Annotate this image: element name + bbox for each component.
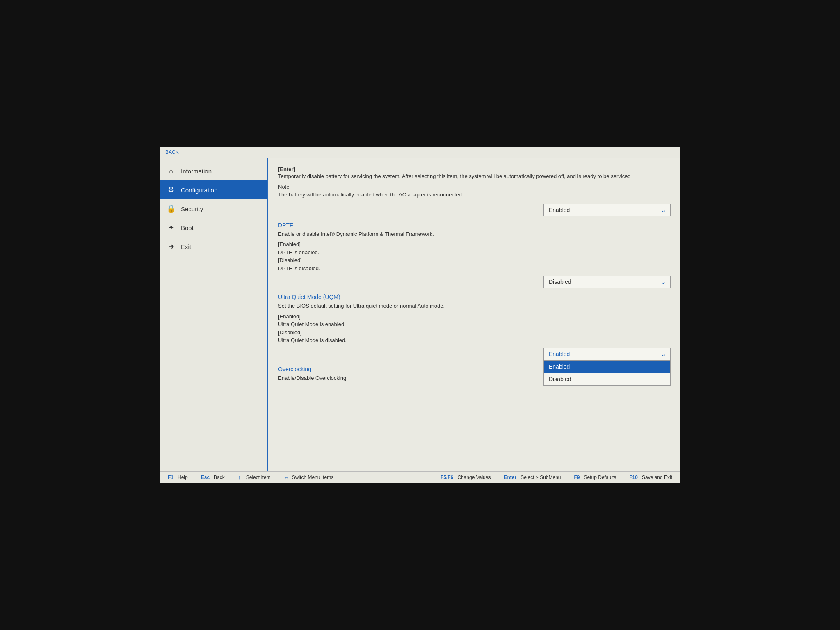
dptf-description: Enable or disable Intel® Dynamic Platfor… [278, 230, 671, 238]
enter-key: Enter [504, 475, 516, 480]
enter-submenu-label: Select > SubMenu [520, 475, 561, 480]
lock-icon: 🔒 [166, 204, 176, 213]
f1-label: Help [178, 475, 188, 480]
f9-group: F9 Setup Defaults [574, 475, 616, 480]
left-right-label: Switch Menu Items [292, 475, 333, 480]
bottom-bar: F1 Help Esc Back ↑↓ Select Item ↔ Switch… [160, 471, 680, 483]
sidebar-item-exit-label: Exit [181, 243, 191, 250]
uqm-section: Disabled ⌄ Ultra Quiet Mode (UQM) Set th… [278, 276, 671, 345]
dptf-section: Enabled ⌄ DPTF Enable or disable Intel® … [278, 204, 671, 273]
sidebar-item-boot-label: Boot [181, 224, 194, 231]
dptf-dropdown-value: Enabled [549, 207, 570, 213]
uqm-dropdown-wrapper: Disabled ⌄ [543, 276, 671, 288]
f5f6-group: F5/F6 Change Values [441, 475, 491, 480]
up-down-group: ↑↓ Select Item [238, 474, 271, 481]
f10-key: F10 [629, 475, 638, 480]
exit-icon: ➜ [166, 242, 176, 251]
overclocking-options-list: Enabled Disabled [543, 360, 671, 386]
up-down-label: Select Item [246, 475, 271, 480]
uqm-dropdown-value: Disabled [549, 278, 571, 285]
sidebar: ⌂ Information ⚙ Configuration 🔒 Security… [160, 158, 268, 471]
esc-key: Esc [201, 475, 210, 480]
sidebar-item-configuration-label: Configuration [181, 187, 217, 194]
f10-label: Save and Exit [642, 475, 672, 480]
f9-key: F9 [574, 475, 580, 480]
dptf-dropdown[interactable]: Enabled [543, 204, 671, 216]
f10-group: F10 Save and Exit [629, 475, 672, 480]
up-down-arrow-icon: ↑↓ [238, 474, 244, 481]
f9-label: Setup Defaults [584, 475, 616, 480]
f5f6-key: F5/F6 [441, 475, 453, 480]
overclocking-dropdown-wrapper: Enabled ⌄ Enabled Disabled [543, 348, 671, 360]
sidebar-item-boot[interactable]: ✦ Boot [160, 218, 267, 237]
note-title: Note: [278, 184, 291, 190]
left-right-group: ↔ Switch Menu Items [284, 474, 333, 481]
uqm-options: [Enabled]Ultra Quiet Mode is enabled.[Di… [278, 313, 671, 345]
enter-label: [Enter] [278, 166, 671, 172]
dptf-dropdown-row: Enabled ⌄ [278, 204, 671, 216]
battery-section: [Enter] Temporarily disable battery for … [278, 166, 671, 199]
esc-label: Back [214, 475, 225, 480]
sidebar-item-configuration[interactable]: ⚙ Configuration [160, 180, 267, 199]
bios-screen: BACK ⌂ Information ⚙ Configuration 🔒 Sec… [160, 147, 680, 483]
uqm-label: Ultra Quiet Mode (UQM) [278, 294, 671, 300]
top-bar: BACK [160, 147, 680, 158]
dptf-label: DPTF [278, 222, 671, 228]
enter-group: Enter Select > SubMenu [504, 475, 561, 480]
overclocking-dropdown-arrow-icon: ⌄ [660, 349, 667, 358]
esc-back-group: Esc Back [201, 475, 225, 480]
f1-help-group: F1 Help [168, 475, 188, 480]
overclocking-option-enabled[interactable]: Enabled [544, 361, 670, 373]
uqm-dropdown-row: Disabled ⌄ [278, 276, 671, 288]
home-icon: ⌂ [166, 167, 176, 176]
back-link[interactable]: BACK [165, 149, 179, 155]
overclocking-section: Enabled ⌄ Enabled Disabled Overclocking … [278, 348, 671, 382]
overclocking-option-disabled[interactable]: Disabled [544, 373, 670, 385]
overclocking-dropdown-value: Enabled [549, 351, 570, 357]
content-area: [Enter] Temporarily disable battery for … [268, 158, 680, 471]
f1-key: F1 [168, 475, 173, 480]
f5f6-label: Change Values [457, 475, 491, 480]
configuration-icon: ⚙ [166, 185, 176, 194]
battery-description: Temporarily disable battery for servicin… [278, 172, 671, 180]
uqm-dropdown[interactable]: Disabled [543, 276, 671, 288]
left-right-arrow-icon: ↔ [284, 474, 290, 481]
dptf-dropdown-wrapper: Enabled ⌄ [543, 204, 671, 216]
overclocking-dropdown-row: Enabled ⌄ Enabled Disabled [278, 348, 671, 360]
overclocking-dropdown[interactable]: Enabled ⌄ [543, 348, 671, 360]
uqm-description: Set the BIOS default setting for Ultra q… [278, 302, 671, 310]
boot-icon: ✦ [166, 223, 176, 232]
sidebar-item-security[interactable]: 🔒 Security [160, 199, 267, 218]
dptf-options: [Enabled]DPTF is enabled.[Disabled]DPTF … [278, 240, 671, 272]
sidebar-item-exit[interactable]: ➜ Exit [160, 237, 267, 256]
sidebar-item-information-label: Information [181, 168, 212, 175]
note-body: The battery will be automatically enable… [278, 192, 462, 198]
main-area: ⌂ Information ⚙ Configuration 🔒 Security… [160, 158, 680, 471]
sidebar-item-information[interactable]: ⌂ Information [160, 162, 267, 180]
battery-note: Note: The battery will be automatically … [278, 183, 671, 199]
sidebar-item-security-label: Security [181, 205, 203, 212]
